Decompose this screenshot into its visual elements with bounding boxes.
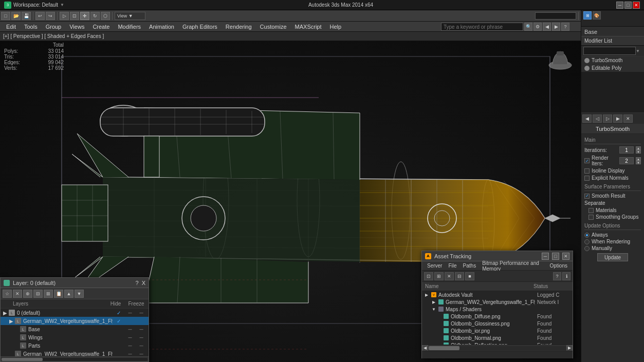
at-tb-5[interactable]: ■	[465, 272, 474, 280]
at-tb-1[interactable]: ⊡	[424, 272, 433, 280]
menu-animation[interactable]: Animation	[145, 23, 178, 31]
mod-icon-3[interactable]: ▷	[603, 115, 612, 123]
layer-item-2[interactable]: L Base ─ ─	[1, 325, 149, 333]
at-item-glossiness[interactable]: Oldbomb_Glossiness.png Found	[422, 320, 573, 327]
modifier-turbsmooth[interactable]: TurboSmooth	[581, 56, 644, 64]
rotate-button[interactable]: ↻	[90, 12, 100, 20]
render-iters-checkbox[interactable]: ✓	[584, 158, 590, 163]
layer-tb-1[interactable]: ☆	[3, 290, 12, 298]
update-button[interactable]: Update	[597, 253, 628, 261]
mod-icon-1[interactable]: ◀	[582, 115, 592, 123]
layer-tb-5[interactable]: ⊞	[44, 290, 53, 298]
at-minimize[interactable]: ─	[542, 253, 549, 260]
minimize-button[interactable]: ─	[616, 2, 623, 9]
undo-button[interactable]: ↩	[35, 12, 45, 20]
menu-graph-editors[interactable]: Graph Editors	[178, 23, 222, 31]
at-item-normal[interactable]: Oldbomb_Normal.png Found	[422, 334, 573, 341]
redo-button[interactable]: ↪	[46, 12, 55, 20]
isoline-checkbox[interactable]	[584, 168, 590, 174]
at-menu-paths[interactable]: Paths	[460, 262, 480, 269]
when-rendering-radio[interactable]	[584, 239, 590, 244]
at-scroll-left[interactable]: ◀	[422, 345, 428, 351]
workspace-dropdown[interactable]: ▼	[60, 3, 65, 7]
at-restore[interactable]: □	[552, 253, 559, 260]
open-button[interactable]: 📂	[11, 12, 21, 20]
render-iters-input[interactable]	[619, 157, 634, 164]
layer-tb-3[interactable]: ⊕	[23, 290, 32, 298]
select-region-button[interactable]: ⊡	[70, 12, 79, 20]
rp-icon-8[interactable]: 🎨	[593, 11, 601, 20]
at-tb-3[interactable]: ✕	[445, 272, 454, 280]
at-tb-4[interactable]: ⊟	[455, 272, 464, 280]
named-selection-input[interactable]	[535, 12, 576, 20]
search-options-button[interactable]: ⚙	[533, 23, 542, 31]
at-menu-bitmap-perf[interactable]: Bitmap Performance and Memory	[479, 260, 546, 272]
restore-button[interactable]: □	[624, 2, 632, 9]
layer-tb-6[interactable]: 📋	[54, 290, 63, 298]
layer-item-1[interactable]: ▶ L German_WW2_Vergeltungswaffe_1_Flying…	[1, 317, 149, 325]
help-button[interactable]: ?	[561, 23, 569, 31]
layer-close-button[interactable]: X	[142, 280, 145, 286]
layer-panel-scrollbar[interactable]	[1, 356, 149, 361]
ref-coord-dropdown[interactable]: View ▼	[115, 12, 145, 20]
move-button[interactable]: ✛	[80, 12, 89, 20]
layer-item-5[interactable]: L German_WW2_Vergeltungswaffe_1_Flying_B…	[1, 350, 149, 356]
at-scrollbar-h[interactable]: ◀ ▶	[422, 345, 573, 351]
menu-help[interactable]: Help	[326, 23, 346, 31]
scale-button[interactable]: ⬡	[101, 12, 110, 20]
search-prev-button[interactable]: ◀	[543, 23, 551, 31]
at-item-maxfile[interactable]: ▶ German_WW2_Vergeltungswaffe_1_Flying_B…	[422, 298, 573, 306]
menu-tools[interactable]: Tools	[20, 23, 42, 31]
smooth-result-checkbox[interactable]: ✓	[584, 194, 590, 199]
at-tb-2[interactable]: ⊞	[434, 272, 444, 280]
menu-maxscript[interactable]: MAXScript	[291, 23, 326, 31]
at-help-icon[interactable]: ?	[553, 272, 561, 280]
manually-radio[interactable]	[584, 246, 590, 251]
menu-customize[interactable]: Customize	[256, 23, 291, 31]
search-next-button[interactable]: ▶	[552, 23, 560, 31]
layer-tb-2[interactable]: ✕	[13, 290, 22, 298]
materials-checkbox[interactable]	[588, 208, 594, 213]
mod-icon-4[interactable]: ▶	[613, 115, 622, 123]
search-button[interactable]: 🔍	[524, 23, 532, 31]
menu-views[interactable]: Views	[65, 23, 88, 31]
explicit-normals-checkbox[interactable]	[584, 176, 590, 181]
mod-icon-5[interactable]: ✕	[623, 115, 633, 123]
at-menu-server[interactable]: Server	[424, 262, 445, 269]
menu-create[interactable]: Create	[88, 23, 114, 31]
render-iters-spinner[interactable]: ▲ ▼	[636, 157, 641, 164]
layer-item-4[interactable]: L Parts ─ ─	[1, 341, 149, 350]
rp-icon-7[interactable]: ⊞	[583, 11, 592, 20]
menu-edit[interactable]: Edit	[2, 23, 20, 31]
at-item-ior[interactable]: Oldbomb_ior.png Found	[422, 327, 573, 334]
layer-tb-8[interactable]: ▼	[75, 290, 84, 298]
iterations-input[interactable]	[619, 146, 634, 154]
smoothing-groups-checkbox[interactable]	[588, 215, 594, 220]
modifier-editable-poly[interactable]: Editable Poly	[581, 64, 644, 72]
layer-item-0[interactable]: ▶ L 0 (default) ✓ ─ ─	[1, 309, 149, 317]
mod-icon-2[interactable]: ◁	[593, 115, 602, 123]
layer-item-3[interactable]: L Wings ─ ─	[1, 333, 149, 341]
at-input-bar[interactable]	[422, 351, 573, 358]
select-button[interactable]: ▷	[60, 12, 69, 20]
close-button[interactable]: ✕	[633, 2, 640, 9]
menu-modifiers[interactable]: Modifiers	[114, 23, 145, 31]
at-close[interactable]: ✕	[562, 253, 569, 260]
at-item-vault[interactable]: ▶ V Autodesk Vault Logged C	[422, 291, 573, 298]
layer-tb-4[interactable]: ⊟	[33, 290, 43, 298]
layer-help-icon[interactable]: ?	[136, 280, 139, 286]
modifier-dropdown[interactable]: ▼	[581, 46, 644, 56]
search-input[interactable]	[441, 23, 523, 31]
always-radio[interactable]	[584, 233, 590, 238]
menu-rendering[interactable]: Rendering	[222, 23, 256, 31]
at-scroll-right[interactable]: ▶	[566, 345, 573, 351]
save-button[interactable]: 💾	[22, 12, 31, 20]
at-info-icon[interactable]: ℹ	[562, 272, 571, 280]
at-item-maps[interactable]: ▼ Maps / Shaders	[422, 306, 573, 313]
layer-tb-7[interactable]: ▲	[64, 290, 73, 298]
at-menu-file[interactable]: File	[445, 262, 459, 269]
at-menu-options[interactable]: Options	[547, 262, 571, 269]
at-path-input[interactable]	[422, 351, 573, 358]
at-item-diffuse[interactable]: Oldbomb_Diffuse.png Found	[422, 313, 573, 320]
new-button[interactable]: □	[1, 12, 10, 20]
